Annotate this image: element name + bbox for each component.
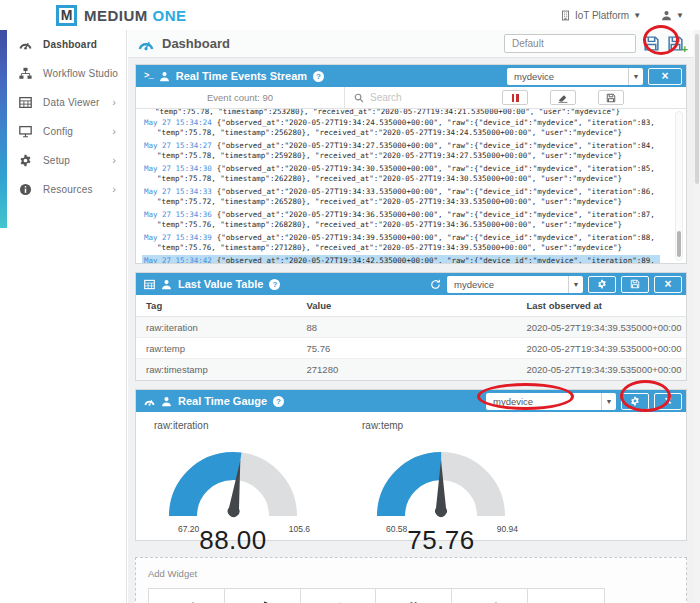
dashboard-name-input[interactable] (504, 34, 636, 53)
chevron-right-icon: › (112, 97, 116, 108)
sidebar-item-label: Setup (43, 155, 70, 166)
chevron-down-icon: ▼ (601, 393, 616, 410)
sidebar-item-workflow-studio[interactable]: Workflow Studio (0, 59, 126, 88)
device-select-value: mydevice (447, 276, 568, 293)
search-icon (354, 93, 364, 103)
search-input[interactable] (370, 92, 502, 103)
chevron-down-icon: ▼ (676, 11, 684, 20)
table-device-select[interactable]: mydevice ▼ (447, 276, 583, 293)
user-icon (161, 279, 172, 290)
cell-last-observed: 2020-05-27T19:34:39.535000+00:00 (527, 364, 687, 375)
info-icon (19, 183, 32, 196)
save-icon (606, 93, 616, 103)
cell-value: 271280 (307, 364, 527, 375)
cogs-icon (19, 154, 32, 167)
add-trend-chart-widget-button[interactable] (452, 589, 528, 603)
log-json: "temp":75.78, "timestamp":256280}, "rece… (144, 128, 658, 138)
add-list-widget-button[interactable] (528, 589, 604, 603)
gauge-label: raw:iteration (154, 420, 340, 431)
pause-stream-button[interactable] (502, 90, 528, 105)
widget-settings-button[interactable] (621, 393, 649, 410)
sidebar-item-resources[interactable]: Resources › (0, 175, 126, 204)
add-line-chart-widget-button[interactable] (149, 589, 225, 603)
help-icon[interactable]: ? (273, 396, 284, 407)
log-json: "temp":75.72, "timestamp":265280}, "rece… (144, 197, 658, 207)
events-log[interactable]: "temp":75.78, "timestamp":253280}, "rece… (136, 109, 686, 263)
gauge-dial (148, 432, 318, 528)
close-widget-button[interactable]: × (654, 393, 682, 410)
close-widget-button[interactable]: × (648, 68, 682, 85)
chevron-right-icon: › (112, 126, 116, 137)
gauge-min-label: 67.20 (178, 524, 199, 534)
add-map-widget-button[interactable] (376, 589, 452, 603)
sidebar-item-data-viewer[interactable]: Data Viewer › (0, 88, 126, 117)
dashboard-title-bar: Dashboard + (128, 30, 694, 58)
add-pie-chart-widget-button[interactable] (225, 589, 301, 603)
cell-value: 75.76 (307, 343, 527, 354)
main-area: Dashboard + >_ Real Time Events Stream (128, 30, 694, 603)
help-icon[interactable]: ? (313, 71, 324, 82)
page-scrollbar-thumb[interactable] (695, 34, 699, 184)
table-row: raw:iteration 88 2020-05-27T19:34:39.535… (136, 317, 686, 338)
sidebar-item-label: Resources (43, 184, 93, 195)
user-menu[interactable]: ▼ (661, 10, 684, 21)
log-json: "temp":75.76, "timestamp":268280}, "rece… (144, 220, 658, 230)
log-scrollbar-thumb[interactable] (677, 231, 681, 257)
log-timestamp: May 27 15:34:36 (144, 210, 212, 219)
brand-primary: MEDIUM (84, 7, 148, 24)
page-scrollbar[interactable] (694, 30, 700, 603)
log-json: "temp":75.78, "timestamp":259280}, "rece… (144, 151, 658, 161)
gear-icon (597, 279, 607, 289)
gauge-device-select[interactable]: mydevice ▼ (486, 393, 616, 410)
log-scrollbar[interactable] (675, 111, 683, 261)
cell-tag: raw:iteration (136, 322, 307, 333)
column-header-value: Value (307, 300, 527, 311)
dashboard-icon (138, 36, 154, 52)
plus-icon: + (682, 43, 688, 55)
sidebar-item-setup[interactable]: Setup › (0, 146, 126, 175)
help-icon[interactable]: ? (269, 279, 280, 290)
widget-settings-button[interactable] (588, 276, 616, 293)
widget-save-button[interactable] (621, 276, 649, 293)
close-widget-button[interactable]: × (654, 276, 682, 293)
log-json: {"observed_at":"2020-05-27T19:34:36.5350… (217, 210, 655, 219)
gauge-icon (144, 396, 155, 407)
save-dashboard-button[interactable] (643, 35, 660, 52)
column-header-tag: Tag (136, 300, 307, 311)
add-bar-chart-widget-button[interactable] (301, 589, 377, 603)
log-json: {"observed_at":"2020-05-27T19:34:39.5350… (217, 233, 655, 242)
chevron-right-icon: › (112, 155, 116, 166)
gauge-max-label: 90.94 (497, 524, 518, 534)
refresh-icon[interactable] (430, 279, 441, 290)
sidebar-item-dashboard[interactable]: Dashboard (0, 30, 126, 59)
log-entry: May 27 15:34:27{"observed_at":"2020-05-2… (142, 140, 660, 162)
cell-last-observed: 2020-05-27T19:34:39.535000+00:00 (527, 343, 687, 354)
sidebar-item-label: Workflow Studio (43, 68, 118, 79)
save-stream-button[interactable] (598, 90, 624, 105)
brand-secondary: ONE (153, 7, 187, 24)
log-timestamp: May 27 15:34:33 (144, 187, 212, 196)
last-value-table-widget: Last Value Table ? mydevice ▼ (135, 272, 687, 381)
workflow-icon (19, 67, 32, 80)
save-as-new-dashboard-button[interactable]: + (667, 35, 684, 52)
app-window: M MEDIUM ONE IoT Platform ▼ ▼ Dashboard (0, 0, 700, 603)
save-icon (630, 279, 640, 289)
real-time-gauge-widget: Real Time Gauge ? mydevice ▼ × (135, 389, 687, 541)
log-json: {"observed_at":"2020-05-27T19:34:27.5350… (217, 141, 655, 150)
add-widget-section: Add Widget (135, 557, 687, 603)
last-value-table-header: Last Value Table ? mydevice ▼ (136, 273, 686, 295)
log-timestamp: May 27 15:34:24 (144, 118, 212, 127)
sidebar-item-label: Data Viewer (43, 97, 100, 108)
platform-menu[interactable]: IoT Platform ▼ (560, 10, 641, 21)
sidebar: Dashboard Workflow Studio Data Viewer › … (0, 30, 127, 603)
cell-tag: raw:timestamp (136, 364, 307, 375)
log-entry: May 27 15:34:33{"observed_at":"2020-05-2… (142, 186, 660, 208)
sidebar-item-config[interactable]: Config › (0, 117, 126, 146)
table-icon (144, 279, 155, 290)
clear-stream-button[interactable] (550, 90, 576, 105)
log-entry: May 27 15:34:30{"observed_at":"2020-05-2… (142, 163, 660, 185)
events-device-select[interactable]: mydevice ▼ (507, 68, 643, 85)
top-bar: M MEDIUM ONE IoT Platform ▼ ▼ (0, 0, 700, 30)
gauge-label: raw:temp (362, 420, 548, 431)
chevron-down-icon: ▼ (633, 11, 641, 20)
